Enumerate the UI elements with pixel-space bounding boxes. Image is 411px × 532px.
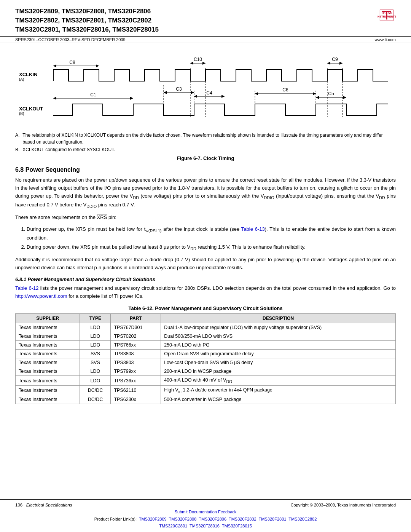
svg-text:XCLKOUT: XCLKOUT: [19, 106, 43, 112]
footer-page-number: 106: [15, 503, 22, 507]
timing-diagram-svg: XCLKIN (A) XCLKOUT (B) C8: [15, 51, 396, 131]
svg-marker-29: [221, 95, 225, 98]
footer: 106 Electrical Specifications Copyright …: [0, 499, 411, 532]
subheader: SPRS230L–OCTOBER 2003–REVISED DECEMBER 2…: [0, 37, 411, 43]
product-link-2806[interactable]: TMS320F2806: [199, 517, 226, 521]
svg-text:C5: C5: [328, 91, 334, 96]
svg-text:C3: C3: [176, 86, 182, 92]
svg-text:C10: C10: [194, 57, 202, 62]
section-6-8-1: 6.8.1 Power Management and Supervisory C…: [15, 276, 396, 300]
svg-marker-24: [164, 91, 167, 94]
section-6-8-list: During power up, the XRS pin must be hel…: [27, 225, 396, 252]
cell-part: TPS799xx: [111, 367, 161, 376]
svg-text:C1: C1: [90, 92, 96, 97]
svg-marker-17: [339, 62, 342, 65]
section-6-8-number: 6.8: [15, 166, 24, 173]
section-6-8-1-number: 6.8.1: [15, 276, 26, 282]
cell-supplier: Texas Instruments: [16, 332, 80, 341]
cell-desc: Low-cost Open-drain SVS with 5 µS delay: [161, 358, 396, 367]
header: TMS320F2809, TMS320F2808, TMS320F2806 TM…: [0, 0, 411, 37]
table-row: Texas Instruments LDO TPS70202 Dual 500/…: [16, 332, 396, 341]
cell-supplier: Texas Instruments: [16, 395, 80, 404]
cell-desc: Dual 500/250-mA LDO with SVS: [161, 332, 396, 341]
product-link-c2801[interactable]: TMS320C2801: [159, 524, 187, 528]
cell-desc: 500-mA converter in WCSP package: [161, 395, 396, 404]
cell-type: LDO: [80, 323, 111, 332]
cell-type: LDO: [80, 376, 111, 386]
table-row: Texas Instruments LDO TPS799xx 200-mA LD…: [16, 367, 396, 376]
figure-area: XCLKIN (A) XCLKOUT (B) C8: [15, 51, 396, 161]
cell-supplier: Texas Instruments: [16, 367, 80, 376]
page: TMS320F2809, TMS320F2808, TMS320F2806 TM…: [0, 0, 411, 532]
section-6-8-body: No requirements are placed on the power …: [15, 176, 396, 209]
cell-desc: Dual 1-A low-dropout regulator (LDO) wit…: [161, 323, 396, 332]
ti-logo-svg: TEXAS INSTRUMENTS: [378, 8, 396, 22]
feedback-link[interactable]: Submit Documentation Feedback: [175, 510, 237, 514]
cell-type: DC/DC: [80, 395, 111, 404]
list-item-2: During power down, the XRS pin must be p…: [27, 243, 396, 252]
svg-marker-25: [191, 91, 194, 94]
section-6-8-heading: Power Sequencing: [25, 166, 80, 173]
table-row: Texas Instruments DC/DC TPS6230x 500-mA …: [16, 395, 396, 404]
svg-marker-28: [194, 95, 197, 98]
svg-marker-16: [327, 62, 330, 65]
section-6-8-1-body: Table 6-12 lists the power management an…: [15, 284, 396, 300]
cell-type: LDO: [80, 341, 111, 350]
header-row: SUPPLIER TYPE PART DESCRIPTION: [16, 314, 396, 323]
note-b-label: B.: [15, 146, 19, 153]
cell-type: LDO: [80, 367, 111, 376]
figure-notes: A. The relationship of XCLKIN to XCLKOUT…: [15, 132, 396, 153]
section-6-8-title: 6.8 Power Sequencing: [15, 166, 396, 173]
svg-marker-36: [316, 96, 319, 99]
table-row: Texas Instruments LDO TPS767D301 Dual 1-…: [16, 323, 396, 332]
cell-type: SVS: [80, 350, 111, 358]
cell-type: LDO: [80, 332, 111, 341]
content: XCLKIN (A) XCLKOUT (B) C8: [0, 43, 411, 499]
product-link-c2802[interactable]: TMS320C2802: [288, 517, 317, 521]
table-row: Texas Instruments LDO TPS766xx 250-mA LD…: [16, 341, 396, 350]
cell-part: TPS62110: [111, 385, 161, 395]
power-ti-link[interactable]: http://www.power.ti.com: [15, 293, 67, 299]
svg-text:(B): (B): [19, 112, 24, 116]
cell-supplier: Texas Instruments: [16, 376, 80, 386]
table-row: Texas Instruments SVS TPS3808 Open Drain…: [16, 350, 396, 358]
note-a-text: The relationship of XCLKIN to XCLKOUT de…: [22, 132, 396, 145]
svg-text:C6: C6: [282, 87, 288, 93]
cell-desc: 400-mA LDO with 40 mV of VDO: [161, 376, 396, 386]
table-6-12-link[interactable]: Table 6-12: [15, 285, 38, 291]
svg-marker-9: [96, 64, 99, 67]
product-link-2808[interactable]: TMS320F2808: [169, 517, 197, 521]
table-body: Texas Instruments LDO TPS767D301 Dual 1-…: [16, 323, 396, 404]
product-link-2809[interactable]: TMS320F2809: [139, 517, 167, 521]
title-line2: TMS320F2802, TMS320F2801, TMS320C2802: [15, 16, 159, 25]
cell-supplier: Texas Instruments: [16, 323, 80, 332]
product-link-28015[interactable]: TMS320F28015: [222, 524, 252, 528]
website: www.ti.com: [374, 37, 396, 42]
note-b-text: XCLKOUT configured to reflect SYSCLKOUT.: [22, 146, 115, 153]
title-line3: TMS320C2801, TMS320F28016, TMS320F28015: [15, 25, 159, 34]
footer-links: Submit Documentation Feedback Product Fo…: [15, 508, 396, 530]
svg-marker-37: [343, 96, 346, 99]
cell-supplier: Texas Instruments: [16, 385, 80, 395]
svg-text:C4: C4: [206, 90, 212, 96]
cell-part: TPS736xx: [111, 376, 161, 386]
ti-logo: TEXAS INSTRUMENTS: [378, 8, 396, 22]
power-table: SUPPLIER TYPE PART DESCRIPTION Texas Ins…: [15, 313, 396, 404]
svg-text:C9: C9: [332, 57, 338, 62]
table-6-13-link[interactable]: Table 6-13: [241, 226, 265, 232]
product-link-2802[interactable]: TMS320F2802: [229, 517, 256, 521]
col-part: PART: [111, 314, 161, 323]
product-link-2801[interactable]: TMS320F2801: [259, 517, 287, 521]
table-title: Table 6-12. Power Management and Supervi…: [15, 305, 396, 311]
product-link-28016[interactable]: TMS320F28016: [190, 524, 220, 528]
footer-page-info: 106 Electrical Specifications: [15, 503, 72, 507]
table-row: Texas Instruments SVS TPS3803 Low-cost O…: [16, 358, 396, 367]
figure-caption: Figure 6-7. Clock Timing: [15, 155, 396, 161]
svg-marker-8: [53, 64, 56, 67]
svg-text:(A): (A): [19, 77, 24, 81]
table-row: Texas Instruments LDO TPS736xx 400-mA LD…: [16, 376, 396, 386]
section-xrs-intro: There are some requirements on the XRS p…: [15, 214, 396, 222]
footer-section: Electrical Specifications: [26, 503, 72, 507]
table-row: Texas Instruments DC/DC TPS62110 High Vi…: [16, 385, 396, 395]
footer-copyright: Copyright © 2003–2009, Texas Instruments…: [291, 503, 396, 507]
